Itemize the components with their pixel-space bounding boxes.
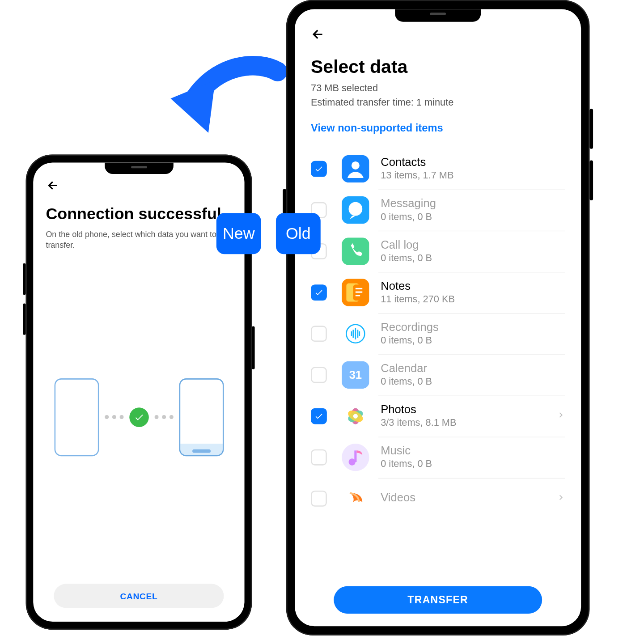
data-row-photos[interactable]: Photos3/3 items, 8.1 MB xyxy=(311,395,565,436)
row-subtitle: 0 items, 0 B xyxy=(381,459,565,470)
row-title: Videos xyxy=(381,491,552,504)
row-title: Music xyxy=(381,445,565,458)
svg-point-29 xyxy=(353,414,358,418)
row-title: Recordings xyxy=(381,321,565,334)
data-row-videos[interactable]: Videos xyxy=(311,478,565,519)
checkbox-music[interactable] xyxy=(311,449,327,466)
row-title: Messaging xyxy=(381,197,565,210)
row-subtitle: 0 items, 0 B xyxy=(381,376,565,388)
data-row-call[interactable]: Call log0 items, 0 B xyxy=(311,231,565,272)
svg-rect-32 xyxy=(354,450,356,462)
contacts-icon xyxy=(342,155,369,182)
call-icon xyxy=(342,237,369,265)
row-title: Photos xyxy=(381,403,552,416)
mini-phone-left-icon xyxy=(54,378,99,456)
data-row-messaging[interactable]: Messaging0 items, 0 B xyxy=(311,190,565,231)
svg-point-3 xyxy=(349,202,363,216)
old-badge: Old xyxy=(276,213,321,254)
checkbox-calendar[interactable] xyxy=(311,367,327,383)
checkbox-photos[interactable] xyxy=(311,408,327,424)
row-subtitle: 0 items, 0 B xyxy=(381,253,565,264)
checkbox-videos[interactable] xyxy=(311,491,327,507)
cancel-button[interactable]: CANCEL xyxy=(54,584,224,608)
row-title: Contacts xyxy=(381,156,565,169)
mini-phone-right-icon xyxy=(179,378,224,456)
pairing-graphic xyxy=(46,250,232,584)
svg-rect-10 xyxy=(356,295,360,296)
page-title: Connection successful xyxy=(46,205,232,223)
volume-up xyxy=(589,109,593,149)
row-subtitle: 3/3 items, 8.1 MB xyxy=(381,418,552,429)
svg-rect-8 xyxy=(356,288,362,289)
selected-size: 73 MB selected xyxy=(311,82,565,95)
data-row-calendar[interactable]: 31Calendar0 items, 0 B xyxy=(311,354,565,395)
page-title: Select data xyxy=(311,56,565,77)
row-subtitle: 0 items, 0 B xyxy=(381,335,565,347)
back-button[interactable] xyxy=(46,178,59,192)
power-button xyxy=(252,326,254,369)
recordings-icon xyxy=(342,320,369,347)
row-title: Notes xyxy=(381,280,565,292)
new-badge: New xyxy=(216,213,261,254)
page-subtitle: On the old phone, select which data you … xyxy=(46,229,223,250)
photos-icon xyxy=(342,402,369,430)
data-row-music[interactable]: Music0 items, 0 B xyxy=(311,436,565,478)
data-row-contacts[interactable]: Contacts13 items, 1.7 MB xyxy=(311,148,565,189)
volume-down xyxy=(23,303,25,335)
row-subtitle: 13 items, 1.7 MB xyxy=(381,170,565,182)
view-unsupported-link[interactable]: View non-supported items xyxy=(311,122,565,134)
volume-up xyxy=(23,263,25,295)
back-button[interactable] xyxy=(311,27,325,41)
volume-down xyxy=(589,160,593,200)
chevron-right-icon xyxy=(557,491,565,506)
svg-text:31: 31 xyxy=(349,369,362,381)
arrow-left-icon xyxy=(311,27,325,41)
row-title: Call log xyxy=(381,238,565,251)
svg-rect-9 xyxy=(356,291,362,292)
old-phone-frame: Select data 73 MB selected Estimated tra… xyxy=(286,0,589,636)
success-check-icon xyxy=(129,407,149,427)
checkbox-recordings[interactable] xyxy=(311,326,327,342)
notes-icon xyxy=(342,279,369,306)
data-row-notes[interactable]: Notes11 items, 270 KB xyxy=(311,272,565,313)
data-row-recordings[interactable]: Recordings0 items, 0 B xyxy=(311,313,565,354)
checkbox-contacts[interactable] xyxy=(311,161,327,177)
calendar-icon: 31 xyxy=(342,361,369,389)
row-subtitle: 11 items, 270 KB xyxy=(381,294,565,305)
videos-icon xyxy=(342,485,369,512)
svg-point-1 xyxy=(352,161,360,169)
music-icon xyxy=(342,444,369,471)
row-title: Calendar xyxy=(381,362,565,375)
row-subtitle: 0 items, 0 B xyxy=(381,212,565,223)
checkbox-notes[interactable] xyxy=(311,284,327,301)
arrow-left-icon xyxy=(47,179,59,192)
transfer-button[interactable]: TRANSFER xyxy=(334,586,542,614)
chevron-right-icon xyxy=(557,409,565,424)
messaging-icon xyxy=(342,196,369,224)
transfer-eta: Estimated transfer time: 1 minute xyxy=(311,96,565,109)
